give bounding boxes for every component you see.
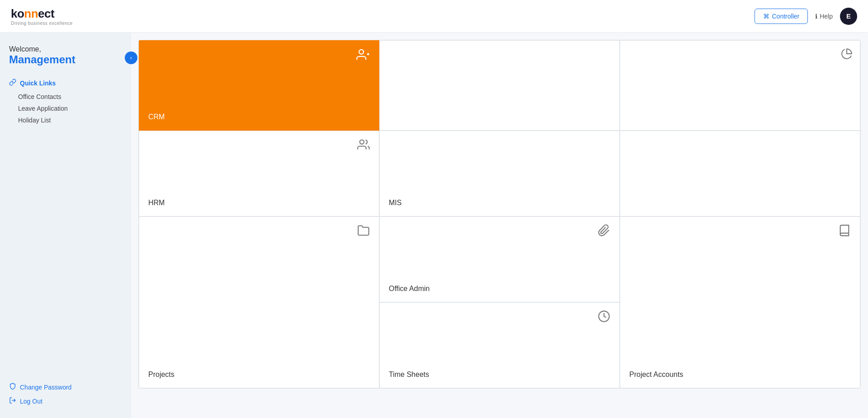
office-admin-label: Office Admin [389,285,610,293]
logo-subtitle: Driving business excellence [11,21,73,26]
module-card-crm[interactable]: CRM [139,40,379,131]
quick-links-list: Office Contacts Leave Application Holida… [9,93,122,124]
module-card-timesheets[interactable]: Time Sheets [379,302,620,388]
top-navigation: konnect Driving business excellence ⌘ Co… [0,0,868,33]
list-item: Holiday List [18,116,122,124]
leave-application-link[interactable]: Leave Application [18,105,68,112]
quick-links-section: Quick Links Office Contacts Leave Applic… [9,79,122,128]
module-card-project-accounts[interactable]: Project Accounts [620,216,860,388]
welcome-text: Welcome, [9,45,122,53]
module-card-empty-2 [620,131,860,216]
paperclip-icon [389,224,610,237]
chevron-left-icon: ‹ [130,55,132,61]
logo-title: konnect [11,7,73,21]
sidebar-bottom: Change Password Log Out [9,383,122,405]
app-layout: ‹ Welcome, Management Quick Links Office… [0,33,868,418]
controller-button[interactable]: ⌘ Controller [755,9,808,24]
change-password-button[interactable]: Change Password [9,383,122,391]
controller-icon: ⌘ [763,13,769,20]
timesheets-label: Time Sheets [389,371,610,379]
module-card-mis-top [620,40,860,131]
topnav-right: ⌘ Controller ℹ Help E [755,8,858,25]
hrm-icon [148,138,370,151]
main-content: CRM [131,33,868,418]
logo: konnect Driving business excellence [11,7,73,26]
shield-icon [9,383,16,391]
help-button[interactable]: ℹ Help [815,13,833,20]
pie-chart-icon [841,48,853,61]
module-card-mis[interactable]: MIS [379,131,620,216]
logout-icon [9,397,16,405]
book-icon [629,224,851,237]
crm-label: CRM [148,113,370,121]
project-accounts-label: Project Accounts [629,371,851,379]
module-card-office-admin[interactable]: Office Admin [379,216,620,302]
sidebar-collapse-button[interactable]: ‹ [125,52,137,64]
projects-label: Projects [148,371,370,379]
logout-button[interactable]: Log Out [9,397,122,405]
avatar[interactable]: E [840,8,857,25]
clock-icon [389,310,610,323]
svg-point-1 [359,50,363,54]
mis-label: MIS [389,199,610,207]
list-item: Office Contacts [18,93,122,101]
holiday-list-link[interactable]: Holiday List [18,117,51,124]
folder-icon [148,224,370,237]
module-card-hrm[interactable]: HRM [139,131,379,216]
office-contacts-link[interactable]: Office Contacts [18,93,61,100]
list-item: Leave Application [18,104,122,113]
svg-point-4 [360,140,364,144]
module-card-empty-1 [379,40,620,131]
hrm-label: HRM [148,199,370,207]
sidebar: ‹ Welcome, Management Quick Links Office… [0,33,131,418]
quick-links-title: Quick Links [9,79,122,87]
module-grid: CRM [138,40,861,389]
info-icon: ℹ [815,13,817,20]
user-name: Management [9,53,122,66]
link-icon [9,79,16,87]
crm-icon [148,48,370,61]
module-card-projects[interactable]: Projects [139,216,379,388]
sidebar-welcome: Welcome, Management [9,45,122,66]
